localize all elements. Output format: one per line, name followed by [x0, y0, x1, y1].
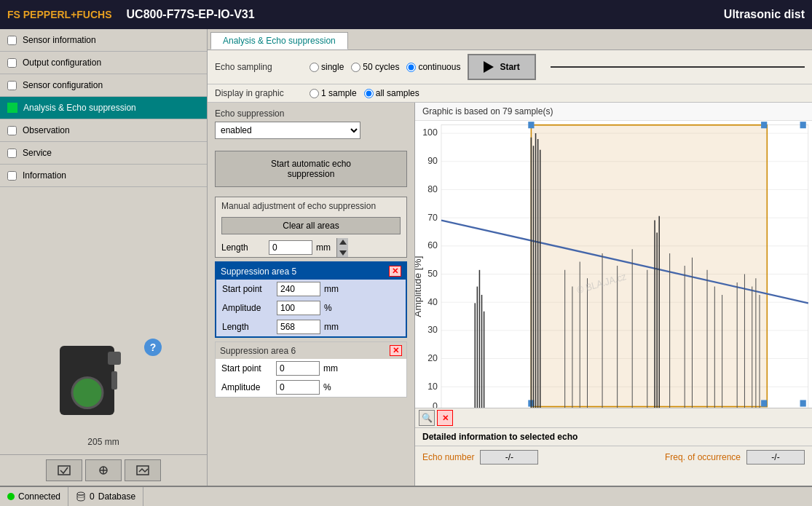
- svg-text:10: 10: [427, 380, 438, 392]
- reset-button[interactable]: ✕: [437, 410, 453, 426]
- radio-continuous[interactable]: continuous: [406, 62, 460, 72]
- suppression-6-start-input[interactable]: [276, 361, 320, 376]
- svg-rect-31: [761, 122, 767, 128]
- auto-echo-button[interactable]: Start automatic echosuppression: [215, 151, 407, 187]
- svg-rect-29: [528, 122, 534, 128]
- header: FS PEPPERL+FUCHS UC800-F77S-EP-IO-V31 Ul…: [0, 0, 812, 29]
- sidebar-item-analysis[interactable]: Analysis & Echo suppression: [0, 97, 207, 119]
- echo-suppression-select[interactable]: enabled disabled: [215, 122, 360, 139]
- freq-label: Freq. of occurrence: [665, 452, 741, 462]
- echo-suppression-section: Echo suppression enabled disabled: [208, 103, 414, 145]
- svg-text:100: 100: [422, 127, 438, 138]
- sidebar-bottom-buttons: [0, 454, 207, 486]
- scroll-down-icon: [339, 250, 347, 256]
- sidebar-item-service[interactable]: Service: [0, 142, 207, 165]
- suppression-5-length-unit: mm: [324, 322, 339, 332]
- model-name: UC800-F77S-EP-IO-V31: [127, 8, 724, 21]
- svg-text:Amplitude [%]: Amplitude [%]: [415, 256, 423, 317]
- svg-text:80: 80: [427, 183, 438, 194]
- radio-50cycles-input[interactable]: [351, 63, 360, 72]
- sidebar-item-output-config[interactable]: Output configuration: [0, 52, 207, 74]
- suppression-5-close[interactable]: ✕: [389, 266, 401, 277]
- echo-number-value: -/-: [480, 450, 538, 465]
- sidebar-item-sensor-info[interactable]: Sensor information: [0, 29, 207, 52]
- svg-rect-32: [761, 400, 767, 406]
- suppression-5-start-row: Start point mm: [216, 280, 406, 299]
- zoom-in-button[interactable]: 🔍: [419, 410, 435, 426]
- sidebar-checkbox-sensor-info[interactable]: [7, 36, 17, 45]
- sidebar-checkbox-output-config[interactable]: [7, 58, 17, 68]
- svg-rect-34: [800, 122, 806, 128]
- svg-point-79: [77, 492, 84, 495]
- svg-text:40: 40: [427, 296, 438, 307]
- sidebar-checkbox-information[interactable]: [7, 171, 17, 181]
- manual-title: Manual adjustment of echo suppression: [216, 197, 406, 215]
- suppression-5-amplitude-input[interactable]: [277, 301, 320, 315]
- suppression-6-amplitude-label: Amplitude: [221, 382, 272, 392]
- radio-single[interactable]: single: [310, 62, 344, 72]
- suppression-5-length-input[interactable]: [277, 320, 320, 334]
- chart-svg: 100 90 80 70 60 50 40 30 20 10 0 Amplitu…: [415, 121, 812, 427]
- suppression-5-length-label: Length: [222, 322, 273, 332]
- suppression-5-start-unit: mm: [324, 284, 339, 294]
- radio-single-input[interactable]: [310, 63, 319, 72]
- length-label: Length: [221, 242, 265, 253]
- length-scroll-row: Length mm: [216, 238, 406, 257]
- sidebar-btn-2[interactable]: [85, 459, 122, 481]
- svg-rect-28: [531, 125, 767, 407]
- scroll-bar[interactable]: [336, 238, 348, 257]
- sidebar-btn-3[interactable]: [125, 459, 161, 481]
- status-dot: [7, 493, 15, 500]
- radio-50cycles[interactable]: 50 cycles: [351, 62, 399, 72]
- suppression-5-amplitude-label: Amplitude: [222, 303, 273, 313]
- sidebar-btn-1[interactable]: [46, 459, 82, 481]
- radio-1sample[interactable]: 1 sample: [310, 88, 357, 98]
- chart-wrap: 100 90 80 70 60 50 40 30 20 10 0 Amplitu…: [415, 121, 812, 427]
- radio-allsamples-input[interactable]: [364, 89, 374, 98]
- tab-analysis[interactable]: Analysis & Echo suppression: [210, 32, 348, 50]
- suppression-6-amplitude-input[interactable]: [276, 380, 320, 395]
- sidebar-checkbox-service[interactable]: [7, 149, 17, 158]
- status-connected: Connected: [0, 487, 68, 506]
- freq-field: Freq. of occurrence -/-: [665, 450, 805, 465]
- detail-header: Detailed information to selected echo: [415, 428, 812, 446]
- svg-text:50: 50: [427, 267, 438, 279]
- echo-number-field: Echo number -/-: [422, 450, 538, 465]
- svg-rect-0: [58, 466, 70, 475]
- echo-number-label: Echo number: [422, 452, 474, 462]
- sidebar-item-observation[interactable]: Observation: [0, 119, 207, 142]
- sidebar-checkbox-observation[interactable]: [7, 126, 17, 135]
- echo-sampling-options: single 50 cycles continuous: [310, 62, 460, 72]
- status-database: 0 Database: [68, 487, 143, 506]
- suppression-6-close[interactable]: ✕: [390, 345, 402, 356]
- freq-value: -/-: [746, 450, 805, 465]
- clear-areas-button[interactable]: Clear all areas: [221, 217, 401, 234]
- sensor-mm: 205 mm: [87, 437, 119, 447]
- suppression-6-start-row: Start point mm: [216, 359, 406, 378]
- display-graphic-label: Display in graphic: [215, 88, 302, 98]
- radio-1sample-input[interactable]: [310, 89, 319, 98]
- radio-continuous-input[interactable]: [406, 63, 416, 72]
- svg-text:70: 70: [427, 211, 438, 223]
- main-container: Sensor information Output configuration …: [0, 29, 812, 486]
- svg-text:60: 60: [427, 240, 438, 251]
- app-title: Ultrasonic dist: [724, 8, 805, 21]
- radio-allsamples[interactable]: all samples: [364, 88, 419, 98]
- database-count: 0: [90, 491, 95, 502]
- length-input[interactable]: [269, 240, 312, 255]
- suppression-6-amplitude-row: Amplitude %: [216, 378, 406, 397]
- echo-select-wrap: enabled disabled: [215, 122, 407, 139]
- suppression-5-start-input[interactable]: [277, 282, 320, 296]
- help-button[interactable]: ?: [144, 339, 162, 356]
- suppression-6-start-label: Start point: [221, 363, 272, 373]
- suppression-5-amplitude-unit: %: [324, 303, 332, 313]
- middle-content: Echo suppression enabled disabled Start …: [208, 103, 812, 486]
- database-icon: [76, 491, 86, 502]
- display-graphic-row: Display in graphic 1 sample all samples: [208, 84, 812, 103]
- sidebar-checkbox-sensor-config[interactable]: [7, 81, 17, 90]
- sidebar-item-information[interactable]: Information: [0, 165, 207, 187]
- left-panel: Echo suppression enabled disabled Start …: [208, 103, 415, 486]
- sidebar-item-sensor-config[interactable]: Sensor configuration: [0, 74, 207, 97]
- chart-toolbar: 🔍 ✕: [415, 408, 812, 427]
- start-button[interactable]: Start: [468, 54, 535, 80]
